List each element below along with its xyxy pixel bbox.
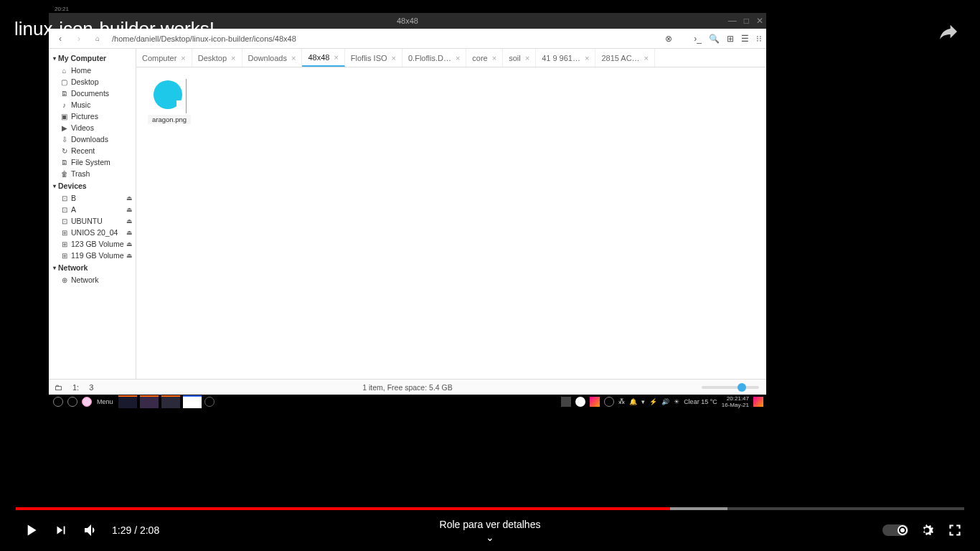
tab[interactable]: core× (466, 49, 503, 67)
volume-tray-icon[interactable]: 🔊 (661, 398, 669, 405)
eject-icon[interactable]: ⏏ (126, 240, 133, 248)
eject-icon[interactable]: ⏏ (126, 229, 133, 236)
tab-close-icon[interactable]: × (181, 54, 185, 62)
tab-close-icon[interactable]: × (644, 54, 649, 62)
sb-item-2[interactable]: 3 (89, 383, 93, 392)
video-title: linux-icon-builder works! (14, 18, 215, 40)
share-icon[interactable] (937, 20, 960, 43)
settings-button[interactable] (918, 522, 936, 539)
tab-close-icon[interactable]: × (456, 54, 460, 62)
taskbar: Menu ⁂ 🔔 ▾ ⚡ 🔊 ☀ Clear 15 °C 20:21:47 16… (49, 395, 766, 409)
notification-icon[interactable]: 🔔 (629, 398, 637, 405)
taskbar-app-obs[interactable] (203, 396, 216, 408)
window-title-text: 48x48 (397, 17, 418, 25)
tab[interactable]: Computer× (136, 49, 192, 67)
taskbar-app-editor[interactable] (183, 395, 202, 408)
tab[interactable]: 2815 AC…× (595, 49, 655, 67)
tab[interactable]: 41 9 961…× (536, 49, 595, 67)
eject-icon[interactable]: ⏏ (126, 206, 133, 213)
tab[interactable]: soil× (503, 49, 536, 67)
sidebar-item[interactable]: ↻Recent (49, 145, 136, 156)
tab-close-icon[interactable]: × (585, 54, 589, 62)
sidebar-item[interactable]: ⇩Downloads (49, 133, 136, 145)
tab[interactable]: Floflis ISO× (345, 49, 402, 67)
search-icon[interactable]: 🔍 (709, 34, 720, 44)
sidebar-item-label: Music (71, 100, 90, 109)
eject-icon[interactable]: ⏏ (126, 252, 133, 259)
tab-close-icon[interactable]: × (334, 53, 338, 62)
bluetooth-icon[interactable]: ⁂ (618, 398, 625, 405)
tab[interactable]: 48x48× (302, 49, 344, 67)
play-button[interactable] (16, 515, 46, 545)
clear-icon[interactable]: ⊗ (665, 34, 672, 44)
tab[interactable]: Downloads× (242, 49, 303, 67)
sb-folder-icon[interactable]: 🗀 (55, 383, 62, 392)
weather-icon[interactable]: ☀ (674, 398, 679, 405)
tab-close-icon[interactable]: × (291, 54, 296, 62)
grid-view-icon[interactable]: ⊞ (727, 34, 734, 44)
menu-label[interactable]: Menu (95, 398, 116, 405)
tray-icon-4[interactable] (604, 397, 614, 407)
sidebar-section-head[interactable]: Network (49, 261, 136, 274)
sidebar-item[interactable]: 🗎Documents (49, 88, 136, 99)
tray-icon-end[interactable] (753, 397, 763, 407)
tray-icon-3[interactable] (590, 397, 600, 407)
eject-icon[interactable]: ⏏ (126, 194, 133, 202)
sidebar-item[interactable]: ▣Pictures (49, 110, 136, 122)
file-view[interactable]: aragon.png (136, 67, 766, 379)
tab-close-icon[interactable]: × (392, 54, 396, 62)
wifi-icon[interactable]: ▾ (641, 398, 645, 405)
list-view-icon[interactable]: ☰ (741, 34, 749, 44)
sidebar-item[interactable]: ♪Music (49, 99, 136, 110)
sidebar-item-icon: ▶ (60, 124, 68, 132)
sidebar-item[interactable]: ⊡B⏏ (49, 192, 136, 204)
taskbar-app-terminal[interactable] (161, 395, 180, 408)
file-item[interactable]: aragon.png (148, 79, 191, 124)
taskbar-app-2[interactable] (140, 395, 159, 408)
maximize-icon[interactable]: □ (744, 16, 749, 26)
terminal-icon[interactable]: ›_ (694, 34, 702, 44)
sidebar-section-head[interactable]: My Computer (49, 52, 136, 65)
sidebar-item[interactable]: ⊞UNIOS 20_04⏏ (49, 227, 136, 238)
launcher-icon-2[interactable] (66, 396, 79, 408)
tab[interactable]: Desktop× (192, 49, 242, 67)
clock[interactable]: 20:21:47 16-May-21 (722, 395, 749, 408)
taskbar-app-firefox[interactable] (118, 395, 137, 408)
tray-icon-1[interactable] (561, 397, 571, 407)
sidebar-section-head[interactable]: Devices (49, 179, 136, 192)
sidebar-item[interactable]: 🗎File System (49, 156, 136, 168)
volume-button[interactable] (76, 515, 106, 545)
progress-bar[interactable] (16, 507, 964, 510)
fullscreen-button[interactable] (946, 521, 964, 540)
next-button[interactable] (46, 515, 76, 545)
minimize-icon[interactable]: — (728, 16, 737, 26)
weather-text[interactable]: Clear 15 °C (684, 398, 717, 405)
tab-close-icon[interactable]: × (525, 54, 529, 62)
sidebar-item-icon: ⊡ (60, 194, 68, 202)
sidebar-item[interactable]: ⊡A⏏ (49, 204, 136, 215)
sidebar-item[interactable]: ▢Desktop (49, 76, 136, 88)
sidebar-item[interactable]: ⌂Home (49, 65, 136, 76)
eject-icon[interactable]: ⏏ (126, 217, 133, 225)
launcher-icon-3[interactable] (80, 396, 93, 408)
compact-view-icon[interactable]: ⁝⁝ (756, 34, 762, 44)
launcher-icon-1[interactable] (52, 396, 65, 408)
sidebar-item[interactable]: ⊕Network (49, 274, 136, 286)
status-bar: 🗀 1: 3 1 item, Free space: 5.4 GB (49, 379, 766, 395)
sidebar-item[interactable]: ⊞119 GB Volume⏏ (49, 250, 136, 261)
sidebar-item[interactable]: ⊡UBUNTU⏏ (49, 215, 136, 227)
autoplay-toggle[interactable] (882, 524, 908, 536)
battery-icon[interactable]: ⚡ (649, 398, 657, 405)
sidebar-item[interactable]: ⊞123 GB Volume⏏ (49, 238, 136, 250)
tray-icon-2[interactable] (575, 397, 585, 407)
sidebar-item-label: Desktop (71, 77, 99, 86)
scroll-hint[interactable]: Role para ver detalhes ⌄ (440, 519, 541, 543)
tab-close-icon[interactable]: × (492, 54, 496, 62)
tab[interactable]: 0.Floflis.D…× (402, 49, 466, 67)
sidebar-item[interactable]: 🗑Trash (49, 168, 136, 179)
sidebar-item[interactable]: ▶Videos (49, 122, 136, 133)
sb-item-1[interactable]: 1: (72, 383, 79, 392)
zoom-slider[interactable] (702, 386, 759, 389)
tab-close-icon[interactable]: × (231, 54, 235, 62)
close-icon[interactable]: ✕ (756, 16, 763, 26)
